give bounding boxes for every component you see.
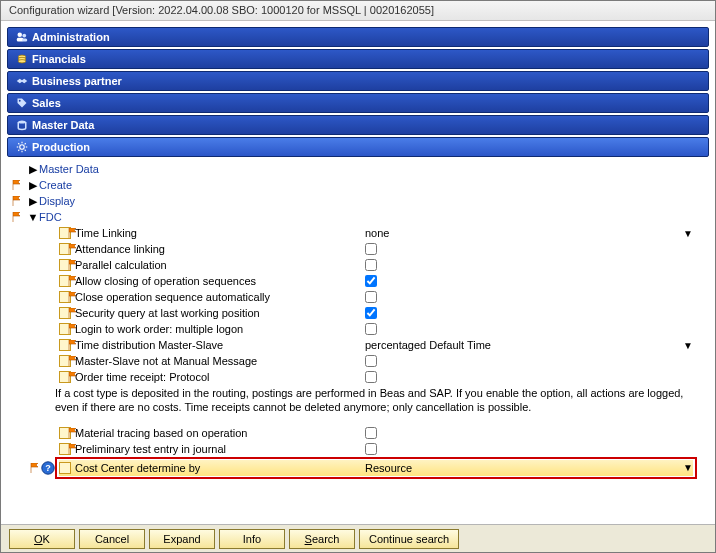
svg-point-8 — [18, 121, 26, 124]
nav-business-partner[interactable]: Business partner — [7, 71, 709, 91]
flag-icon — [11, 211, 23, 223]
setting-ms-not-manual: Master-Slave not at Manual Message — [59, 353, 693, 369]
flag-icon — [67, 355, 79, 367]
svg-line-16 — [18, 150, 19, 151]
flag-icon — [67, 427, 79, 439]
nav-sales[interactable]: Sales — [7, 93, 709, 113]
nav-label: Administration — [32, 31, 110, 43]
checkbox-parallel-calc[interactable] — [365, 259, 377, 271]
users-icon — [12, 31, 32, 43]
caret-down-icon: ▼ — [683, 228, 693, 239]
flag-icon — [67, 291, 79, 303]
database-icon — [12, 119, 32, 131]
checkbox-attendance-linking[interactable] — [365, 243, 377, 255]
flag-icon — [11, 179, 23, 191]
flag-icon — [67, 227, 79, 239]
btn-label: Cancel — [95, 533, 129, 545]
tree-display[interactable]: ▶ Display — [17, 193, 709, 209]
dropdown-value: none — [365, 227, 389, 239]
highlighted-frame: ? Cost Center determine by Resource▼ — [55, 457, 697, 479]
coins-icon — [12, 53, 32, 65]
setting-label: Preliminary test entry in journal — [75, 443, 365, 455]
tree-label: FDC — [39, 211, 62, 223]
setting-label: Time Linking — [75, 227, 365, 239]
setting-label: Security query at last working position — [75, 307, 365, 319]
checkbox-prelim-test[interactable] — [365, 443, 377, 455]
arrow-right-icon: ▶ — [27, 163, 39, 176]
nav-production[interactable]: Production — [7, 137, 709, 157]
setting-label: Parallel calculation — [75, 259, 365, 271]
button-bar: OK Cancel Expand Info Search Continue se… — [1, 524, 715, 552]
svg-line-14 — [18, 143, 19, 144]
cancel-button[interactable]: Cancel — [79, 529, 145, 549]
dropdown-time-dist[interactable]: percentaged Default Time▼ — [365, 339, 693, 351]
flag-icon — [67, 371, 79, 383]
setting-security-query: Security query at last working position — [59, 305, 693, 321]
nav-label: Master Data — [32, 119, 94, 131]
expand-button[interactable]: Expand — [149, 529, 215, 549]
settings-panel: Time Linking none▼ Attendance linking Pa… — [17, 225, 709, 385]
ok-button[interactable]: OK — [9, 529, 75, 549]
svg-text:?: ? — [45, 463, 51, 473]
flag-icon — [67, 443, 79, 455]
setting-label: Material tracing based on operation — [75, 427, 365, 439]
handshake-icon — [12, 75, 32, 87]
settings-panel-2: Material tracing based on operation Prel… — [17, 425, 709, 479]
svg-line-15 — [25, 150, 26, 151]
checkbox-allow-closing[interactable] — [365, 275, 377, 287]
nav-label: Business partner — [32, 75, 122, 87]
btn-tail: K — [43, 533, 50, 545]
dropdown-time-linking[interactable]: none▼ — [365, 227, 693, 239]
caret-down-icon: ▼ — [683, 340, 693, 351]
setting-attendance-linking: Attendance linking — [59, 241, 693, 257]
svg-rect-3 — [22, 39, 27, 42]
tree-label: Create — [39, 179, 72, 191]
svg-point-9 — [20, 145, 25, 150]
window-title: Configuration wizard [Version: 2022.04.0… — [9, 4, 434, 16]
flag-icon — [67, 323, 79, 335]
svg-point-7 — [19, 100, 21, 102]
btn-label: Continue search — [369, 533, 449, 545]
setting-time-linking: Time Linking none▼ — [59, 225, 693, 241]
setting-parallel-calc: Parallel calculation — [59, 257, 693, 273]
tag-icon — [12, 97, 32, 109]
tree-label: Master Data — [39, 163, 99, 175]
setting-login-wo: Login to work order: multiple logon — [59, 321, 693, 337]
checkbox-login-wo[interactable] — [365, 323, 377, 335]
arrow-down-icon: ▼ — [27, 211, 39, 223]
nav-label: Sales — [32, 97, 61, 109]
setting-cost-center: ? Cost Center determine by Resource▼ — [59, 460, 693, 476]
tree-master-data[interactable]: ▶ Master Data — [27, 161, 709, 177]
nav-financials[interactable]: Financials — [7, 49, 709, 69]
help-icon[interactable]: ? — [41, 461, 55, 475]
nav-master-data[interactable]: Master Data — [7, 115, 709, 135]
checkbox-order-protocol[interactable] — [365, 371, 377, 383]
tree-label: Display — [39, 195, 75, 207]
continue-search-button[interactable]: Continue search — [359, 529, 459, 549]
doc-icon — [59, 462, 71, 474]
caret-down-icon: ▼ — [683, 462, 693, 473]
checkbox-material-tracing[interactable] — [365, 427, 377, 439]
checkbox-security-query[interactable] — [365, 307, 377, 319]
setting-label: Master-Slave not at Manual Message — [75, 355, 365, 367]
tree-create[interactable]: ▶ Create — [17, 177, 709, 193]
setting-label: Time distribution Master-Slave — [75, 339, 365, 351]
tree-fdc[interactable]: ▼ FDC — [17, 209, 709, 225]
setting-material-tracing: Material tracing based on operation — [59, 425, 693, 441]
flag-icon — [67, 339, 79, 351]
setting-allow-closing: Allow closing of operation sequences — [59, 273, 693, 289]
flag-icon — [67, 275, 79, 287]
search-button[interactable]: Search — [289, 529, 355, 549]
info-button[interactable]: Info — [219, 529, 285, 549]
nav-administration[interactable]: Administration — [7, 27, 709, 47]
dropdown-value: Resource — [365, 462, 412, 474]
checkbox-ms-not-manual[interactable] — [365, 355, 377, 367]
dropdown-cost-center[interactable]: Resource▼ — [365, 462, 693, 474]
tree-area: ▶ Master Data ▶ Create ▶ Display ▼ FDC — [7, 159, 709, 524]
setting-label: Login to work order: multiple logon — [75, 323, 365, 335]
setting-label: Cost Center determine by — [75, 462, 365, 474]
btn-label: Expand — [163, 533, 200, 545]
checkbox-close-auto[interactable] — [365, 291, 377, 303]
arrow-right-icon: ▶ — [27, 179, 39, 192]
flag-icon — [67, 243, 79, 255]
